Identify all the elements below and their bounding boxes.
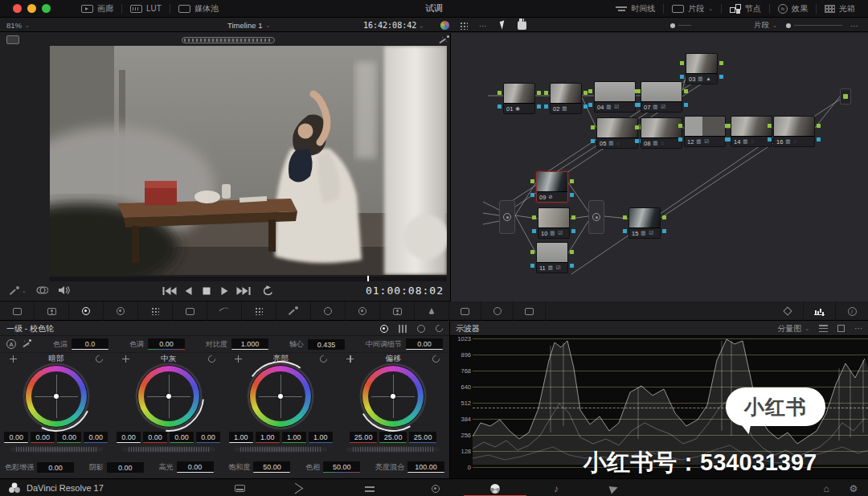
power-window-tab[interactable] [311,301,346,321]
node-10[interactable]: 10▥ ☑ [538,207,570,239]
contrast-field[interactable]: 对比度 1.000 [206,338,268,350]
color-warper-tab[interactable] [242,301,276,321]
scopes-button[interactable] [804,301,836,321]
window-controls[interactable] [13,4,51,13]
lift-color-wheel[interactable] [25,365,88,428]
node-01[interactable]: 01◉ [503,83,535,114]
layer-mixer-node[interactable] [588,200,604,234]
color-wheels-tab[interactable] [69,301,104,321]
viewer-more-button[interactable]: ··· [479,18,487,32]
info-button[interactable]: i [836,301,868,321]
gain-blue-value[interactable]: 1.00 [309,432,333,443]
temperature-field[interactable]: 色温 0.0 [53,338,108,350]
gain-master-value[interactable]: 1.00 [229,432,253,443]
node-05[interactable]: 05▥ ◌ [596,117,638,149]
scope-expand-icon[interactable] [837,325,845,332]
gamma-master-wheel[interactable] [122,446,215,453]
node-16[interactable]: 16▥ ◌ [773,116,815,147]
log-wheels-view-button[interactable] [417,325,425,333]
gamma-color-wheel[interactable] [137,365,200,428]
offset-green-value[interactable]: 25.00 [379,432,407,443]
grid-view-icon[interactable] [460,18,468,32]
node-view-select[interactable]: 片段 ⌄ [754,18,777,32]
node-scale-slider[interactable] [786,18,842,32]
node-12[interactable]: 12▥ ☑ [684,116,726,147]
reset-offset-button[interactable] [431,354,441,364]
midtone-detail-field[interactable]: 中间调细节 0.00 [366,338,443,350]
gallery-button[interactable]: 画廊 [73,0,121,18]
saturation-field[interactable]: 饱和度 50.00 [228,461,290,473]
shadows-field[interactable]: 阴影 0.00 [89,462,144,473]
layer-mixer-node[interactable] [499,200,515,234]
lut-button[interactable]: LUT [122,0,170,18]
page-cut[interactable] [283,482,315,495]
lightbox-button[interactable]: 光箱 [817,0,863,18]
timeline-select[interactable]: Timeline 1 ⌄ [227,18,270,32]
offset-color-wheel[interactable] [362,365,424,428]
magic-mask-tab[interactable] [380,301,415,321]
node-04[interactable]: 04▥ ☑ [594,81,636,113]
color-boost-field[interactable]: 色彩增强 0.00 [5,462,74,473]
reset-panel-button[interactable] [434,323,444,334]
crosshair-icon[interactable] [235,355,242,363]
grab-still-button[interactable]: ⌄ [10,286,27,296]
enhance-wand-icon[interactable] [437,35,450,44]
page-color-active[interactable] [479,482,511,495]
color-match-tab[interactable] [35,301,69,321]
keyframes-button[interactable] [772,301,804,321]
node-11[interactable]: 11▥ ☑ [536,242,568,273]
pan-tool-button[interactable] [518,18,526,32]
crosshair-icon[interactable] [346,355,354,363]
gamma-master-value[interactable]: 0.00 [117,432,141,443]
node-02[interactable]: 02▥ [550,83,582,114]
tint-field[interactable]: 色调 0.00 [129,338,185,350]
gain-red-value[interactable]: 1.00 [256,432,280,443]
offset-red-value[interactable]: 25.00 [350,432,377,443]
skip-end-button[interactable] [237,287,251,295]
wipe-mode-button[interactable] [36,285,48,297]
nodegraph-more-button[interactable]: ··· [850,18,858,32]
minimize-window-button[interactable] [27,4,36,13]
viewer-zoom-select[interactable]: 81% ⌄ [6,18,30,32]
reset-gamma-button[interactable] [207,354,217,364]
clips-panel-button[interactable]: 片段 ⌄ [664,0,721,18]
node-08[interactable]: 08▥ ◌ [641,117,682,149]
effects-panel-button[interactable]: fx 效果 [770,0,816,18]
mute-button[interactable] [58,285,70,297]
curves-tab[interactable] [207,301,242,321]
reset-lift-button[interactable] [94,354,104,364]
node-09-selected[interactable]: 09⊘ [536,171,568,203]
lift-blue-value[interactable]: 0.00 [84,432,108,443]
gain-master-wheel[interactable] [234,446,327,453]
tracker-tab[interactable] [346,301,380,321]
page-edit[interactable] [354,482,386,495]
skip-start-button[interactable] [163,287,177,295]
offset-blue-value[interactable]: 25.00 [409,432,436,443]
gamma-red-value[interactable]: 0.00 [143,432,167,443]
crosshair-icon[interactable] [10,355,17,363]
output-node[interactable] [840,88,851,105]
gain-color-wheel[interactable] [249,365,312,428]
auto-balance-icon[interactable]: A [6,339,16,349]
viewer-timecode[interactable]: 16:42:08:42 ⌄ [363,18,423,32]
key-tab[interactable] [449,301,481,321]
lift-master-value[interactable]: 0.00 [4,432,28,443]
lum-mix-field[interactable]: 亮度混合 100.00 [375,461,444,473]
zoom-window-button[interactable] [42,4,51,13]
waveform-display[interactable]: 1023 896 768 640 512 384 256 128 0 [450,336,868,478]
gain-green-value[interactable]: 1.00 [282,432,306,443]
lift-red-value[interactable]: 0.00 [31,432,55,443]
nodes-panel-button[interactable]: 节点 [722,0,769,18]
highlights-field[interactable]: 高光 0.00 [159,461,214,473]
play-button[interactable] [222,287,228,295]
hdr-wheels-tab[interactable] [104,301,138,321]
lift-master-wheel[interactable] [10,446,103,453]
video-viewer[interactable] [50,46,447,275]
blur-tab[interactable] [415,301,449,321]
qualifier-tab[interactable] [276,301,311,321]
scope-more-button[interactable]: ··· [854,324,862,333]
stop-button[interactable] [203,288,211,295]
primaries-bars-view-button[interactable] [399,325,407,333]
filmstrip-icon[interactable] [182,37,275,43]
pointer-tool-button[interactable] [500,18,508,32]
